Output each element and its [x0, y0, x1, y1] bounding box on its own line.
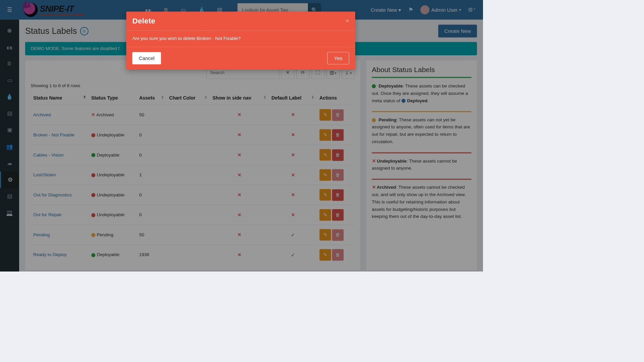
modal-header: Delete ×: [126, 12, 356, 31]
modal-close-button[interactable]: ×: [345, 17, 349, 24]
modal-body: Are you sure you wish to delete Broken -…: [126, 31, 356, 47]
modal-title: Delete: [132, 17, 155, 25]
yes-button[interactable]: Yes: [327, 52, 349, 64]
delete-confirm-modal: Delete × Are you sure you wish to delete…: [126, 12, 356, 70]
cancel-button[interactable]: Cancel: [132, 52, 161, 64]
modal-footer: Cancel Yes: [126, 47, 356, 69]
